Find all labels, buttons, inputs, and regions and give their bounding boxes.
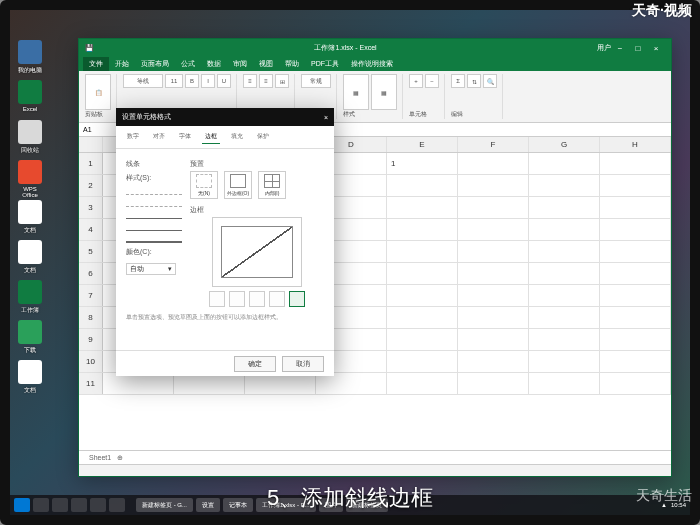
dlg-tab-protect[interactable]: 保护 [254, 130, 272, 144]
cancel-button[interactable]: 取消 [282, 356, 324, 372]
bold-button[interactable]: B [185, 74, 199, 88]
insert-button[interactable]: + [409, 74, 423, 88]
tab-review[interactable]: 审阅 [227, 57, 253, 71]
delete-button[interactable]: − [425, 74, 439, 88]
cell[interactable] [529, 307, 600, 328]
cell[interactable] [529, 329, 600, 350]
tab-view[interactable]: 视图 [253, 57, 279, 71]
dialog-close-button[interactable]: × [324, 114, 328, 121]
cell[interactable] [600, 285, 671, 306]
cell[interactable] [600, 219, 671, 240]
font-select[interactable]: 等线 [123, 74, 163, 88]
dlg-tab-font[interactable]: 字体 [176, 130, 194, 144]
cell[interactable] [458, 197, 529, 218]
cell[interactable] [387, 197, 458, 218]
cell[interactable] [458, 241, 529, 262]
cell[interactable] [529, 285, 600, 306]
tab-formula[interactable]: 公式 [175, 57, 201, 71]
table-format-button[interactable]: ▦ [371, 74, 397, 110]
cond-format-button[interactable]: ▦ [343, 74, 369, 110]
col-header[interactable]: G [529, 137, 600, 152]
cell[interactable] [245, 373, 316, 394]
row-header[interactable]: 10 [79, 351, 103, 372]
cell[interactable] [529, 175, 600, 196]
cell[interactable] [600, 263, 671, 284]
desktop-icon-label[interactable]: 我的电脑 [18, 67, 42, 73]
cell[interactable] [600, 307, 671, 328]
preset-outline[interactable]: 外边框(O) [224, 171, 252, 199]
cell[interactable] [600, 197, 671, 218]
cell[interactable] [387, 351, 458, 372]
align-center-button[interactable]: ≡ [259, 74, 273, 88]
font-size[interactable]: 11 [165, 74, 183, 88]
cell[interactable] [600, 241, 671, 262]
cell[interactable] [458, 153, 529, 174]
close-button[interactable]: × [647, 44, 665, 53]
row-header[interactable]: 9 [79, 329, 103, 350]
row-header[interactable]: 4 [79, 219, 103, 240]
cell[interactable] [529, 153, 600, 174]
desktop-icon-label[interactable]: WPS Office [22, 186, 38, 198]
desktop-icon-label[interactable]: 文档 [24, 267, 36, 273]
desktop-icon-label[interactable]: 下载 [24, 347, 36, 353]
dlg-tab-align[interactable]: 对齐 [150, 130, 168, 144]
cell[interactable] [458, 263, 529, 284]
sheet-tab[interactable]: Sheet1 [89, 454, 111, 461]
maximize-button[interactable]: □ [629, 44, 647, 53]
sum-button[interactable]: Σ [451, 74, 465, 88]
cell[interactable] [458, 329, 529, 350]
cell[interactable] [458, 373, 529, 394]
tab-pdf[interactable]: PDF工具 [305, 57, 345, 71]
cell[interactable] [387, 373, 458, 394]
cell[interactable] [600, 175, 671, 196]
find-button[interactable]: 🔍 [483, 74, 497, 88]
col-header[interactable]: H [600, 137, 671, 152]
line-style-option[interactable] [126, 185, 182, 195]
preset-inside[interactable]: 内部(I) [258, 171, 286, 199]
dialog-titlebar[interactable]: 设置单元格格式 × [116, 108, 334, 126]
cell[interactable] [529, 219, 600, 240]
col-header[interactable]: F [458, 137, 529, 152]
row-header[interactable]: 11 [79, 373, 103, 394]
cell[interactable] [458, 307, 529, 328]
cell[interactable] [529, 241, 600, 262]
cell[interactable] [458, 285, 529, 306]
dlg-tab-number[interactable]: 数字 [124, 130, 142, 144]
cell[interactable] [387, 263, 458, 284]
cell[interactable] [103, 373, 174, 394]
desktop-icon-label[interactable]: 文档 [24, 387, 36, 393]
border-preview[interactable] [212, 217, 302, 287]
border-btn[interactable] [229, 291, 245, 307]
desktop-icon-label[interactable]: Excel [23, 106, 38, 112]
cell[interactable] [529, 263, 600, 284]
cell[interactable] [529, 351, 600, 372]
underline-button[interactable]: U [217, 74, 231, 88]
row-header[interactable]: 6 [79, 263, 103, 284]
row-header[interactable]: 7 [79, 285, 103, 306]
cell[interactable] [458, 219, 529, 240]
row-header[interactable]: 5 [79, 241, 103, 262]
tab-home[interactable]: 开始 [109, 57, 135, 71]
align-left-button[interactable]: ≡ [243, 74, 257, 88]
line-style-option[interactable] [126, 221, 182, 231]
line-style-option[interactable] [126, 233, 182, 243]
titlebar[interactable]: 💾 工作簿1.xlsx - Excel 用户 − □ × [79, 39, 671, 57]
cell[interactable] [529, 197, 600, 218]
cell[interactable] [387, 219, 458, 240]
cell[interactable] [174, 373, 245, 394]
border-btn[interactable] [249, 291, 265, 307]
border-btn[interactable] [269, 291, 285, 307]
dlg-tab-border[interactable]: 边框 [202, 130, 220, 144]
cell[interactable] [600, 351, 671, 372]
number-format[interactable]: 常规 [301, 74, 331, 88]
minimize-button[interactable]: − [611, 44, 629, 53]
cell[interactable] [316, 373, 387, 394]
cell[interactable] [387, 175, 458, 196]
col-header[interactable]: E [387, 137, 458, 152]
name-box[interactable]: A1 [79, 126, 119, 133]
row-header[interactable]: 2 [79, 175, 103, 196]
cell[interactable] [387, 329, 458, 350]
add-sheet-button[interactable]: ⊕ [117, 454, 123, 462]
italic-button[interactable]: I [201, 74, 215, 88]
desktop-icon-label[interactable]: 文档 [24, 227, 36, 233]
